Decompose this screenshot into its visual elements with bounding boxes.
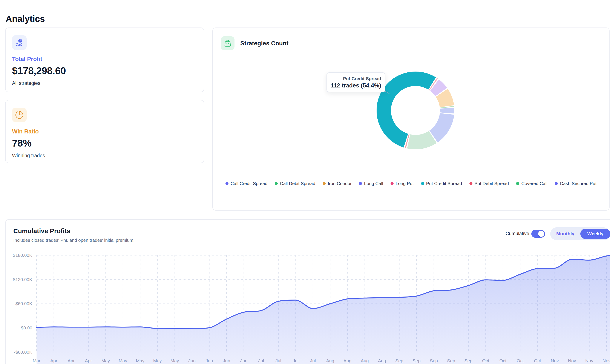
tooltip-strategy-value: 112 trades (54.4%) xyxy=(331,82,381,89)
strategies-count-card: Strategies Count Put Credit Spread 112 t… xyxy=(212,27,610,211)
tooltip-strategy-name: Put Credit Spread xyxy=(331,75,381,82)
donut-tooltip: Put Credit Spread 112 trades (54.4%) xyxy=(326,72,385,92)
legend-label: Iron Condor xyxy=(328,181,352,186)
legend-label: Cash Secured Put xyxy=(560,181,597,186)
hand-coin-icon xyxy=(12,35,27,50)
legend-label: Long Put xyxy=(396,181,414,186)
legend-dot xyxy=(390,182,394,185)
legend-item[interactable]: Call Credit Spread xyxy=(225,181,268,186)
stat-subtext: All strategies xyxy=(12,80,40,86)
stat-value: $178,298.60 xyxy=(12,65,66,77)
cumulative-profits-card: Cumulative Profits Includes closed trade… xyxy=(5,219,610,364)
legend-item[interactable]: Covered Call xyxy=(516,181,547,186)
legend-dot xyxy=(421,182,424,185)
legend-label: Call Debit Spread xyxy=(280,181,315,186)
shopping-bag-icon xyxy=(221,36,234,50)
pie-chart-icon xyxy=(12,108,27,122)
legend-dot xyxy=(359,182,362,185)
strategies-legend: Call Credit SpreadCall Debit SpreadIron … xyxy=(213,181,609,186)
legend-item[interactable]: Call Debit Spread xyxy=(275,181,315,186)
y-axis-label: -$60.00K xyxy=(14,350,32,354)
page-title: Analytics xyxy=(6,14,45,24)
legend-item[interactable]: Iron Condor xyxy=(323,181,352,186)
legend-dot xyxy=(225,182,229,185)
cumulative-profits-chart: $180.00K$120.00K$60.00K$0.00-$60.00KMarA… xyxy=(6,250,610,364)
cumulative-toggle[interactable] xyxy=(531,230,545,238)
legend-dot xyxy=(323,182,326,185)
weekly-button[interactable]: Weekly xyxy=(580,229,610,239)
legend-label: Put Debit Spread xyxy=(475,181,509,186)
legend-dot xyxy=(469,182,472,185)
strategies-count-title: Strategies Count xyxy=(240,40,288,47)
cumulative-profits-subtitle: Includes closed trades' PnL and open tra… xyxy=(13,238,135,243)
total-profit-card: Total Profit $178,298.60 All strategies xyxy=(5,27,204,92)
y-axis-label: $0.00 xyxy=(21,325,32,330)
legend-item[interactable]: Cash Secured Put xyxy=(555,181,597,186)
stat-label: Win Ratio xyxy=(12,128,39,135)
y-axis-label: $180.00K xyxy=(13,253,32,258)
y-axis-label: $120.00K xyxy=(13,277,32,282)
stat-label: Total Profit xyxy=(12,56,42,63)
legend-label: Put Credit Spread xyxy=(426,181,462,186)
legend-item[interactable]: Put Credit Spread xyxy=(421,181,462,186)
y-axis-label: $60.00K xyxy=(15,301,32,306)
toggle-knob xyxy=(538,231,544,237)
legend-dot xyxy=(555,182,558,185)
legend-dot xyxy=(516,182,519,185)
legend-label: Covered Call xyxy=(521,181,547,186)
win-ratio-card: Win Ratio 78% Winning trades xyxy=(5,100,204,163)
area-fill xyxy=(37,256,610,364)
monthly-button[interactable]: Monthly xyxy=(550,231,580,237)
cumulative-profits-title: Cumulative Profits xyxy=(13,227,70,235)
legend-item[interactable]: Put Debit Spread xyxy=(469,181,509,186)
stat-subtext: Winning trades xyxy=(12,153,45,159)
legend-item[interactable]: Long Call xyxy=(359,181,383,186)
period-segmented-control: Monthly Weekly xyxy=(550,227,610,240)
legend-item[interactable]: Long Put xyxy=(390,181,414,186)
cumulative-toggle-label: Cumulative xyxy=(474,231,529,236)
legend-label: Call Credit Spread xyxy=(231,181,268,186)
legend-label: Long Call xyxy=(364,181,383,186)
legend-dot xyxy=(275,182,278,185)
stat-value: 78% xyxy=(12,137,32,149)
